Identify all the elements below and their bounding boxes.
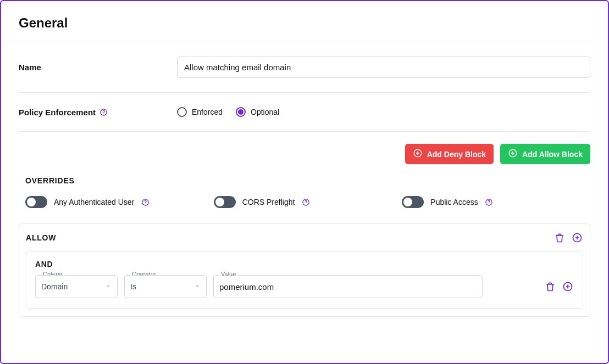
help-icon[interactable] [99, 108, 108, 116]
add-deny-block-label: Add Deny Block [427, 150, 486, 159]
overrides-row: Any Authenticated User CORS Preflight Pu… [19, 193, 590, 218]
policy-radio-group-wrap: Enforced Optional [177, 107, 590, 117]
radio-optional[interactable]: Optional [236, 107, 279, 117]
value-input[interactable] [213, 275, 483, 298]
delete-criteria-button[interactable] [544, 281, 556, 293]
criteria-select-value: Domain [41, 282, 68, 291]
plus-circle-icon [508, 148, 518, 160]
panel-title: General [1, 1, 608, 42]
general-panel: General Name Policy Enforcement Enforced [0, 0, 609, 364]
svg-point-5 [145, 204, 146, 204]
criteria-select[interactable]: Domain [35, 275, 118, 298]
help-icon[interactable] [141, 198, 150, 206]
caret-down-icon [105, 282, 112, 291]
radio-enforced[interactable]: Enforced [177, 107, 223, 117]
help-icon[interactable] [301, 198, 310, 206]
criteria-actions [544, 281, 574, 293]
name-input[interactable] [177, 57, 590, 78]
allow-block-title: ALLOW [26, 233, 56, 242]
policy-enforcement-label: Policy Enforcement [19, 108, 177, 117]
form-section: Name Policy Enforcement Enforced [1, 42, 608, 317]
add-criteria-button[interactable] [562, 281, 574, 293]
and-group-title: AND [35, 260, 574, 275]
value-field-wrap: Value [213, 275, 538, 298]
add-allow-block-button[interactable]: Add Allow Block [500, 144, 590, 164]
toggle-cors-preflight[interactable] [214, 196, 236, 208]
svg-point-9 [489, 204, 489, 204]
toggle-any-authenticated-user[interactable] [25, 196, 47, 208]
policy-enforcement-row: Policy Enforcement Enforced Optional [19, 93, 590, 132]
override-label: CORS Preflight [242, 198, 295, 206]
override-label: Any Authenticated User [54, 198, 134, 206]
operator-select-value: Is [130, 282, 136, 291]
criteria-row: Criteria Domain Operator Is [35, 275, 574, 298]
radio-enforced-label: Enforced [192, 108, 223, 116]
allow-block: ALLOW AND Criteria Domain [19, 223, 590, 317]
criteria-field-wrap: Criteria Domain [35, 275, 118, 298]
allow-block-actions [553, 232, 583, 244]
caret-down-icon [194, 282, 201, 291]
override-public-access: Public Access [402, 196, 590, 208]
overrides-heading: OVERRIDES [19, 164, 590, 193]
policy-enforcement-label-text: Policy Enforcement [19, 108, 96, 117]
radio-optional-indicator [236, 107, 246, 117]
add-group-button[interactable] [571, 232, 583, 244]
svg-point-1 [103, 114, 104, 114]
value-floating-label: Value [219, 271, 238, 277]
name-field-wrap [177, 57, 590, 78]
override-cors-preflight: CORS Preflight [214, 196, 402, 208]
delete-block-button[interactable] [553, 232, 566, 244]
name-row: Name [19, 42, 590, 93]
override-label: Public Access [430, 198, 478, 206]
name-label: Name [19, 63, 177, 72]
override-any-authenticated-user: Any Authenticated User [25, 196, 214, 208]
and-group: AND Criteria Domain Operator [26, 251, 583, 309]
plus-circle-icon [413, 148, 423, 160]
radio-optional-label: Optional [251, 108, 279, 116]
radio-enforced-indicator [177, 107, 187, 117]
add-allow-block-label: Add Allow Block [522, 150, 583, 159]
toggle-public-access[interactable] [402, 196, 424, 208]
operator-select[interactable]: Is [124, 275, 207, 298]
add-deny-block-button[interactable]: Add Deny Block [405, 144, 494, 164]
help-icon[interactable] [485, 198, 494, 206]
allow-block-header: ALLOW [26, 224, 583, 248]
policy-radio-group: Enforced Optional [177, 107, 590, 117]
block-actions-row: Add Deny Block Add Allow Block [19, 132, 590, 164]
operator-field-wrap: Operator Is [124, 275, 207, 298]
svg-point-7 [306, 204, 306, 204]
